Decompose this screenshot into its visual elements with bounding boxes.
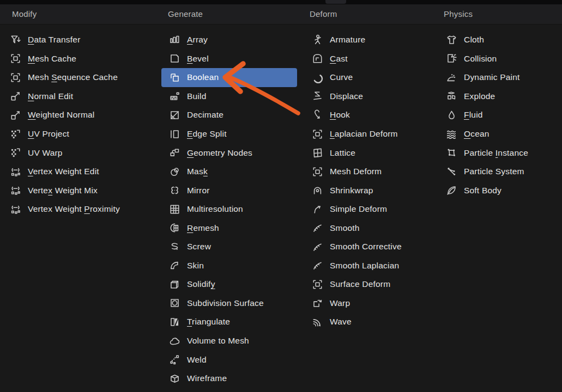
hook-icon bbox=[312, 109, 323, 121]
menu-item-label: Smooth Corrective bbox=[330, 242, 402, 252]
smooth-corrective-icon bbox=[312, 241, 323, 253]
menu-item-warp[interactable]: Warp bbox=[304, 294, 438, 313]
menu-item-displace[interactable]: Displace bbox=[304, 87, 438, 106]
menu-item-cloth[interactable]: Cloth bbox=[438, 30, 557, 50]
menu-item-label: Bevel bbox=[187, 54, 209, 64]
menu-item-curve[interactable]: Curve bbox=[304, 68, 438, 87]
menu-item-label: Displace bbox=[330, 91, 363, 101]
menu-item-data-transfer[interactable]: Data Transfer bbox=[2, 30, 153, 50]
menu-item-label: Geometry Nodes bbox=[187, 148, 252, 158]
menu-item-particle-instance[interactable]: Particle Instance bbox=[438, 143, 557, 162]
menu-item-label: Edge Split bbox=[187, 129, 227, 139]
menu-item-label: Skin bbox=[187, 261, 204, 271]
smooth-laplacian-icon bbox=[312, 260, 323, 271]
menu-item-normal-edit[interactable]: Normal Edit bbox=[2, 87, 153, 106]
menu-item-decimate[interactable]: Decimate bbox=[161, 106, 297, 125]
menu-item-vertex-weight-edit[interactable]: Vertex Weight Edit bbox=[2, 162, 153, 181]
menu-item-multiresolution[interactable]: Multiresolution bbox=[161, 200, 297, 219]
menu-item-array[interactable]: Array bbox=[161, 30, 297, 50]
menu-column-physics: ClothCollisionDynamic PaintExplodeFluidO… bbox=[438, 30, 557, 200]
menu-item-label: UV Warp bbox=[28, 148, 63, 158]
menu-item-smooth-laplacian[interactable]: Smooth Laplacian bbox=[304, 256, 438, 275]
add-modifier-menu: ModifyGenerateDeformPhysics Data Transfe… bbox=[0, 0, 562, 392]
mask-icon bbox=[169, 166, 180, 177]
cloth-icon bbox=[446, 34, 457, 46]
menu-item-label: Solidify bbox=[187, 279, 215, 289]
menu-item-ocean[interactable]: Ocean bbox=[438, 125, 557, 144]
column-header-physics: Physics bbox=[444, 4, 473, 24]
menu-item-lattice[interactable]: Lattice bbox=[304, 143, 438, 162]
menu-item-label: Subdivision Surface bbox=[187, 298, 264, 308]
menu-item-vertex-weight-mix[interactable]: Vertex Weight Mix bbox=[2, 181, 153, 200]
menu-item-label: UV Project bbox=[28, 129, 69, 139]
menu-item-triangulate[interactable]: Triangulate bbox=[161, 313, 297, 332]
collision-icon bbox=[446, 53, 457, 64]
menu-item-mask[interactable]: Mask bbox=[161, 162, 297, 181]
skin-icon bbox=[169, 260, 180, 271]
menu-item-label: Collision bbox=[464, 54, 497, 64]
menu-item-dynamic-paint[interactable]: Dynamic Paint bbox=[438, 68, 557, 87]
menu-item-mesh-deform[interactable]: Mesh Deform bbox=[304, 162, 438, 181]
wireframe-icon bbox=[169, 373, 180, 384]
menu-item-vertex-weight-proximity[interactable]: Vertex Weight Proximity bbox=[2, 200, 153, 219]
particle-instance-icon bbox=[446, 147, 457, 158]
menu-item-mesh-sequence-cache[interactable]: Mesh Sequence Cache bbox=[2, 68, 153, 87]
column-header-deform: Deform bbox=[310, 4, 337, 24]
menu-item-laplacian-deform[interactable]: Laplacian Deform bbox=[304, 125, 438, 144]
menu-item-explode[interactable]: Explode bbox=[438, 87, 557, 106]
menu-item-solidify[interactable]: Solidify bbox=[161, 275, 297, 294]
smooth-icon bbox=[312, 222, 323, 234]
menu-item-label: Particle Instance bbox=[464, 148, 528, 158]
mesh-sequence-cache-icon bbox=[10, 72, 21, 83]
menu-item-smooth[interactable]: Smooth bbox=[304, 218, 438, 237]
menu-item-edge-split[interactable]: Edge Split bbox=[161, 125, 297, 144]
menu-item-subdivision-surface[interactable]: Subdivision Surface bbox=[161, 294, 297, 313]
volume-to-mesh-icon bbox=[169, 335, 180, 347]
menu-item-fluid[interactable]: Fluid bbox=[438, 106, 557, 125]
menu-item-soft-body[interactable]: Soft Body bbox=[438, 181, 557, 200]
menu-item-label: Laplacian Deform bbox=[330, 129, 398, 139]
menu-item-screw[interactable]: Screw bbox=[161, 237, 297, 256]
menu-item-surface-deform[interactable]: Surface Deform bbox=[304, 275, 438, 294]
menu-item-wireframe[interactable]: Wireframe bbox=[161, 369, 297, 388]
menu-item-mesh-cache[interactable]: Mesh Cache bbox=[2, 50, 153, 69]
vertex-weight-edit-icon bbox=[10, 166, 21, 177]
menu-item-label: Simple Deform bbox=[330, 204, 387, 214]
menu-header: ModifyGenerateDeformPhysics bbox=[0, 4, 562, 24]
menu-item-label: Decimate bbox=[187, 110, 223, 120]
menu-item-wave[interactable]: Wave bbox=[304, 313, 438, 332]
normal-edit-icon bbox=[10, 90, 21, 102]
menu-item-label: Wave bbox=[330, 317, 352, 327]
menu-item-geometry-nodes[interactable]: Geometry Nodes bbox=[161, 143, 297, 162]
menu-item-label: Multiresolution bbox=[187, 204, 243, 214]
menu-item-skin[interactable]: Skin bbox=[161, 256, 297, 275]
menu-item-label: Armature bbox=[330, 35, 365, 45]
menu-item-boolean[interactable]: Boolean bbox=[161, 68, 297, 87]
menu-item-bevel[interactable]: Bevel bbox=[161, 50, 297, 69]
menu-item-shrinkwrap[interactable]: Shrinkwrap bbox=[304, 181, 438, 200]
menu-item-remesh[interactable]: Remesh bbox=[161, 218, 297, 237]
menu-item-label: Mirror bbox=[187, 186, 210, 195]
menu-item-weld[interactable]: Weld bbox=[161, 350, 297, 369]
menu-item-smooth-corrective[interactable]: Smooth Corrective bbox=[304, 237, 438, 256]
menu-item-uv-warp[interactable]: UV Warp bbox=[2, 143, 153, 162]
menu-item-simple-deform[interactable]: Simple Deform bbox=[304, 200, 438, 219]
menu-item-collision[interactable]: Collision bbox=[438, 50, 557, 69]
dynamic-paint-icon bbox=[446, 72, 457, 83]
menu-item-label: Array bbox=[187, 35, 208, 45]
menu-item-cast[interactable]: Cast bbox=[304, 50, 438, 69]
build-icon bbox=[169, 90, 180, 102]
uv-warp-icon bbox=[10, 147, 21, 158]
menu-item-label: Cloth bbox=[464, 35, 484, 45]
menu-item-label: Smooth Laplacian bbox=[330, 261, 399, 271]
menu-item-mirror[interactable]: Mirror bbox=[161, 181, 297, 200]
menu-item-label: Cast bbox=[330, 54, 348, 64]
menu-item-armature[interactable]: Armature bbox=[304, 30, 438, 50]
menu-item-weighted-normal[interactable]: Weighted Normal bbox=[2, 106, 153, 125]
menu-item-build[interactable]: Build bbox=[161, 87, 297, 106]
menu-item-uv-project[interactable]: UV Project bbox=[2, 125, 153, 144]
menu-item-particle-system[interactable]: Particle System bbox=[438, 162, 557, 181]
menu-item-hook[interactable]: Hook bbox=[304, 106, 438, 125]
menu-item-volume-to-mesh[interactable]: Volume to Mesh bbox=[161, 332, 297, 351]
weighted-normal-icon bbox=[10, 109, 21, 121]
